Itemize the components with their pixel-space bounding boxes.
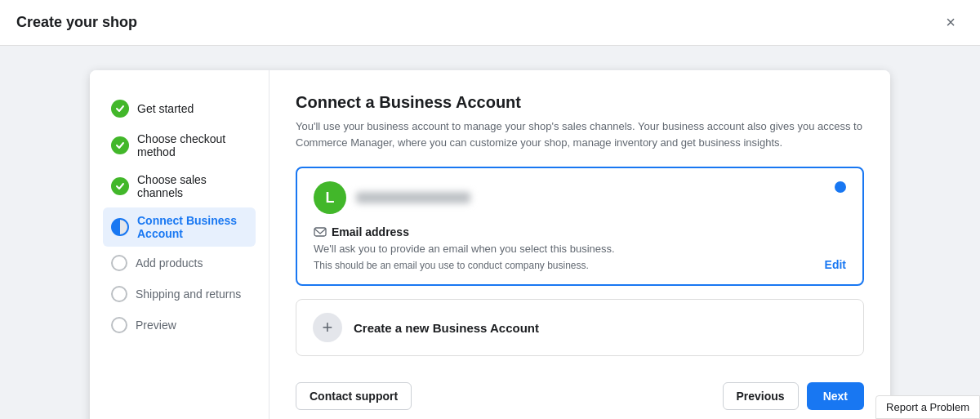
sidebar-item-connect-business[interactable]: Connect Business Account xyxy=(103,207,256,247)
account-name-blur xyxy=(356,192,470,203)
avatar: L xyxy=(314,181,346,214)
empty-circle-icon xyxy=(111,317,127,333)
footer-right-buttons: Previous Next xyxy=(723,382,865,410)
check-circle-icon xyxy=(111,100,129,118)
contact-support-button[interactable]: Contact support xyxy=(296,382,412,410)
email-header: Email address xyxy=(314,225,846,238)
next-button[interactable]: Next xyxy=(807,382,864,410)
sidebar-item-get-started[interactable]: Get started xyxy=(103,93,256,124)
email-description: We'll ask you to provide an email when y… xyxy=(314,242,846,256)
sidebar-item-label: Connect Business Account xyxy=(137,214,247,240)
email-label: Email address xyxy=(332,225,409,238)
sidebar-item-label: Choose checkout method xyxy=(137,132,247,158)
close-button[interactable]: × xyxy=(938,10,964,36)
footer: Contact support Previous Next xyxy=(296,376,864,410)
sidebar-item-shipping-returns[interactable]: Shipping and returns xyxy=(103,279,256,309)
page-title: Create your shop xyxy=(16,14,137,31)
sidebar-item-label: Add products xyxy=(136,256,203,270)
modal-card: Get started Choose checkout method Choos… xyxy=(90,70,890,419)
email-note: This should be an email you use to condu… xyxy=(314,260,846,271)
main-area: Get started Choose checkout method Choos… xyxy=(0,46,980,419)
email-icon xyxy=(314,225,327,238)
sidebar-item-label: Preview xyxy=(136,319,176,332)
account-card[interactable]: L Email address We'll ask you to provide… xyxy=(296,167,864,286)
account-header: L xyxy=(314,181,846,214)
half-circle-icon xyxy=(111,218,129,236)
sidebar-item-add-products[interactable]: Add products xyxy=(103,248,256,278)
sidebar: Get started Choose checkout method Choos… xyxy=(90,70,270,419)
svg-rect-0 xyxy=(314,228,326,236)
sidebar-item-label: Shipping and returns xyxy=(136,288,241,301)
selected-dot xyxy=(835,181,846,193)
sidebar-item-preview[interactable]: Preview xyxy=(103,310,256,340)
email-section: Email address We'll ask you to provide a… xyxy=(314,225,846,271)
content-title: Connect a Business Account xyxy=(296,93,864,112)
sidebar-item-label: Choose sales channels xyxy=(137,173,247,199)
header: Create your shop × xyxy=(0,0,980,46)
plus-icon: + xyxy=(313,313,342,342)
content-area: Connect a Business Account You'll use yo… xyxy=(270,70,890,419)
content-subtitle: You'll use your business account to mana… xyxy=(296,118,864,150)
previous-button[interactable]: Previous xyxy=(723,382,799,410)
sidebar-item-choose-sales[interactable]: Choose sales channels xyxy=(103,167,256,206)
check-circle-icon xyxy=(111,177,129,195)
empty-circle-icon xyxy=(111,286,127,302)
report-problem-button[interactable]: Report a Problem xyxy=(875,395,980,419)
create-account-card[interactable]: + Create a new Business Account xyxy=(296,299,864,356)
edit-link[interactable]: Edit xyxy=(825,258,846,271)
check-circle-icon xyxy=(111,136,129,154)
create-account-label: Create a new Business Account xyxy=(354,321,539,335)
empty-circle-icon xyxy=(111,255,127,271)
sidebar-item-choose-checkout[interactable]: Choose checkout method xyxy=(103,126,256,165)
sidebar-item-label: Get started xyxy=(137,102,194,115)
